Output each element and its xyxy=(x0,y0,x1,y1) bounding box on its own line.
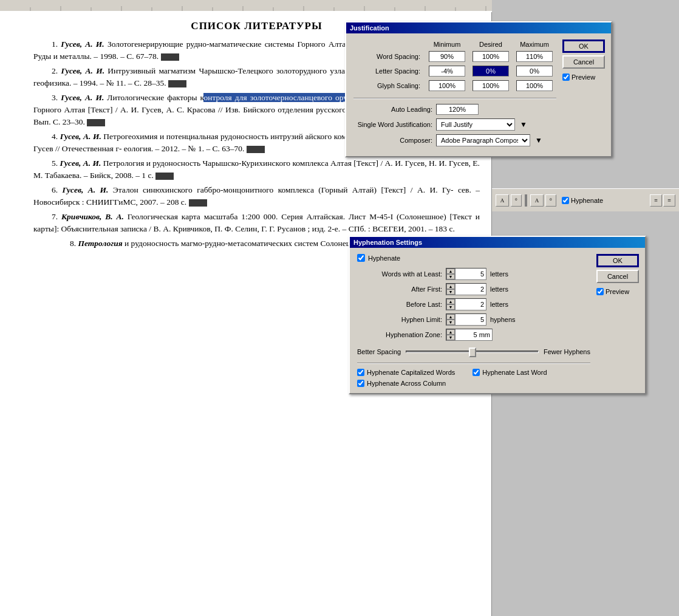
hyphenation-zone-spinbox: ▲ ▼ xyxy=(446,329,493,341)
hyphenation-zone-row: Hyphenation Zone: ▲ ▼ xyxy=(357,329,590,341)
letter-spacing-desired[interactable] xyxy=(473,66,509,77)
letter-spacing-label: Letter Spacing: xyxy=(353,64,425,78)
before-last-up[interactable]: ▲ xyxy=(446,299,455,304)
letter-spacing-min[interactable] xyxy=(429,66,465,77)
cap-words-row: Hyphenate Capitalized Words xyxy=(357,369,469,376)
after-first-label: After First: xyxy=(357,286,442,293)
letter-spacing-max[interactable] xyxy=(516,66,553,77)
before-last-suffix: letters xyxy=(490,301,508,308)
zone-up[interactable]: ▲ xyxy=(446,329,455,335)
list-item: 6. Гусев, А. И. Эталон синюхинского габб… xyxy=(33,184,480,208)
justification-cancel-button[interactable]: Cancel xyxy=(562,55,605,69)
before-last-spinbox: ▲ ▼ xyxy=(446,298,486,310)
composer-row: Composer: Adobe Paragraph Composer Adobe… xyxy=(353,134,556,146)
justification-preview-checkbox[interactable] xyxy=(562,74,570,81)
col-minimum: Minimum xyxy=(425,39,469,49)
glyph-scaling-label: Glyph Scaling: xyxy=(353,78,425,93)
cap-words-label: Hyphenate Capitalized Words xyxy=(367,369,455,376)
justification-preview-row: Preview xyxy=(562,74,605,81)
glyph-scaling-row: Glyph Scaling: xyxy=(353,78,556,93)
across-column-row: Hyphenate Across Column xyxy=(357,380,446,387)
list-item: 7. Кривчиков, В. А. Геологическая карта … xyxy=(33,211,480,235)
composer-label: Composer: xyxy=(353,137,432,144)
toolbar-btn-3[interactable]: A xyxy=(530,194,544,207)
hyphen-limit-row: Hyphen Limit: ▲ ▼ hyphens xyxy=(357,313,590,326)
hyphen-limit-suffix: hyphens xyxy=(490,316,516,323)
panel-toolbar: A ⁰ A ⁰ Hyphenate ≡ ≡ xyxy=(492,188,679,211)
hyphen-limit-up[interactable]: ▲ xyxy=(446,314,455,320)
words-least-up[interactable]: ▲ xyxy=(446,269,455,274)
auto-leading-row: Auto Leading: xyxy=(353,104,556,115)
before-last-input[interactable] xyxy=(456,299,486,310)
toolbar-align-btn-1[interactable]: ≡ xyxy=(650,194,662,207)
hyphenation-zone-label: Hyphenation Zone: xyxy=(357,331,442,338)
cap-words-checkbox[interactable] xyxy=(357,369,364,376)
across-column-checkbox[interactable] xyxy=(357,380,364,387)
fewer-hyphens-label: Fewer Hyphens xyxy=(544,348,590,355)
hyphenate-toolbar-label: Hyphenate xyxy=(571,197,603,204)
auto-leading-input[interactable] xyxy=(436,104,479,115)
hyphen-limit-down[interactable]: ▼ xyxy=(446,320,455,325)
zone-down[interactable]: ▼ xyxy=(446,335,455,340)
hyphen-slider-container xyxy=(406,346,539,358)
hyphenation-ok-button[interactable]: OK xyxy=(596,254,639,267)
list-item: 5. Гусев, А. И. Петрология и рудоносност… xyxy=(33,157,480,182)
hyphenation-preview-label: Preview xyxy=(606,288,629,295)
words-least-down[interactable]: ▼ xyxy=(446,274,455,279)
after-first-spinbox: ▲ ▼ xyxy=(446,283,486,295)
hyphenation-zone-input[interactable] xyxy=(456,329,492,340)
hyphenation-buttons: OK Cancel Preview xyxy=(596,254,639,295)
words-with-least-input[interactable] xyxy=(456,269,486,279)
last-word-checkbox[interactable] xyxy=(473,369,480,376)
better-spacing-label: Better Spacing xyxy=(357,348,401,355)
before-last-down[interactable]: ▼ xyxy=(446,304,455,310)
hyphen-limit-input[interactable] xyxy=(456,314,486,325)
after-first-input[interactable] xyxy=(456,284,486,295)
justification-ok-button[interactable]: OK xyxy=(562,39,605,53)
single-word-row: Single Word Justification: Full Justify … xyxy=(353,118,556,131)
single-word-select[interactable]: Full Justify Align Left Center Align Rig… xyxy=(436,118,515,131)
word-spacing-min[interactable] xyxy=(429,51,465,62)
hyphen-limit-spinbox: ▲ ▼ xyxy=(446,313,486,326)
col-maximum: Maximum xyxy=(513,39,556,49)
hyphenate-label: Hyphenate xyxy=(368,255,400,262)
word-spacing-label: Word Spacing: xyxy=(353,49,425,64)
after-first-row: After First: ▲ ▼ letters xyxy=(357,283,590,295)
hyphen-limit-label: Hyphen Limit: xyxy=(357,316,442,323)
glyph-scaling-max[interactable] xyxy=(516,80,553,91)
after-first-up[interactable]: ▲ xyxy=(446,284,455,289)
composer-select[interactable]: Adobe Paragraph Composer Adobe Single-li… xyxy=(436,134,530,146)
word-spacing-max[interactable] xyxy=(516,51,553,62)
justification-preview-label: Preview xyxy=(572,74,595,81)
after-first-down[interactable]: ▼ xyxy=(446,289,455,295)
justification-dialog-title: Justification xyxy=(350,24,389,32)
before-last-label: Before Last: xyxy=(357,301,442,308)
hyphen-slider-thumb[interactable] xyxy=(469,347,476,357)
hyphenation-cancel-button[interactable]: Cancel xyxy=(596,270,639,283)
letter-spacing-row: Letter Spacing: xyxy=(353,64,556,78)
hyphenation-checkboxes: Hyphenate Capitalized Words Hyphenate La… xyxy=(357,369,590,387)
col-desired: Desired xyxy=(469,39,513,49)
toolbar-btn-2[interactable]: ⁰ xyxy=(511,194,522,207)
toolbar-btn-1[interactable]: A xyxy=(496,194,509,207)
across-column-label: Hyphenate Across Column xyxy=(367,380,446,387)
word-spacing-row: Word Spacing: xyxy=(353,49,556,64)
hyphenation-dialog-title: Hyphenation Settings xyxy=(353,239,422,246)
glyph-scaling-min[interactable] xyxy=(429,80,465,91)
glyph-scaling-desired[interactable] xyxy=(473,80,509,91)
hyphenation-dialog: Hyphenation Settings Hyphenate Words wit… xyxy=(349,236,646,394)
last-word-label: Hyphenate Last Word xyxy=(482,369,547,376)
words-with-least-suffix: letters xyxy=(490,270,508,278)
hyphenate-checkbox[interactable] xyxy=(357,254,365,262)
single-word-label: Single Word Justification: xyxy=(353,121,432,128)
hyphenate-checkbox-row: Hyphenate xyxy=(562,197,603,204)
svg-rect-0 xyxy=(0,0,492,11)
toolbar-align-btn-2[interactable]: ≡ xyxy=(663,194,675,207)
justification-dialog-titlebar: Justification xyxy=(346,22,611,33)
toolbar-btn-4[interactable]: ⁰ xyxy=(545,194,556,207)
hyphenation-dialog-titlebar: Hyphenation Settings xyxy=(350,237,645,248)
words-with-least-row: Words with at Least: ▲ ▼ letters xyxy=(357,268,590,280)
hyphenation-preview-checkbox[interactable] xyxy=(596,288,604,295)
hyphenate-toolbar-checkbox[interactable] xyxy=(562,197,569,204)
word-spacing-desired[interactable] xyxy=(473,51,509,62)
